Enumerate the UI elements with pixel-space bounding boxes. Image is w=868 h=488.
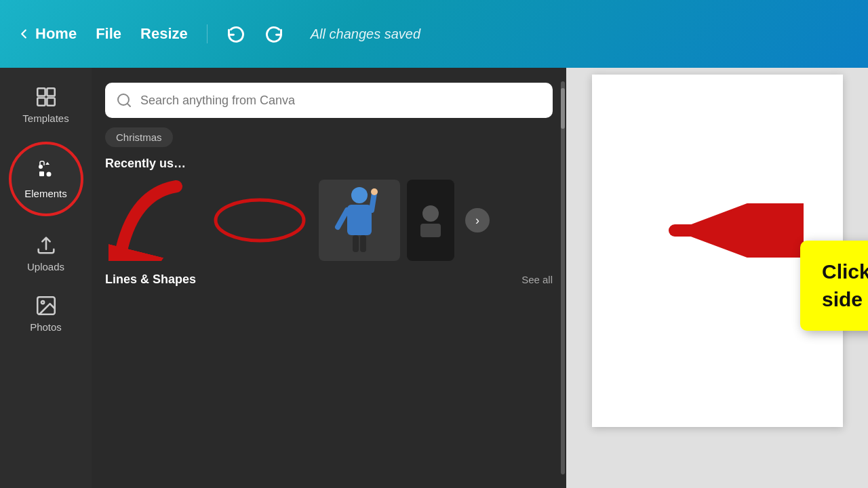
svg-line-16	[372, 193, 374, 210]
svg-rect-19	[360, 235, 366, 252]
panel: Christmas Recently us…	[92, 68, 566, 488]
topbar-divider	[207, 24, 208, 43]
svg-rect-14	[347, 205, 372, 235]
uploads-icon	[35, 234, 58, 257]
uploads-label: Uploads	[27, 261, 64, 272]
dark-thumb-icon	[410, 200, 451, 241]
svg-rect-21	[420, 224, 441, 237]
person-icon	[332, 183, 387, 258]
tooltip-text: Click on the Elements tab in the left-si…	[822, 260, 868, 310]
lines-shapes-row: Lines & Shapes See all	[92, 264, 566, 287]
svg-line-15	[338, 210, 347, 227]
arrow-thumb-1	[105, 176, 200, 264]
sidebar-item-photos[interactable]: Photos	[0, 283, 92, 344]
svg-rect-5	[39, 171, 44, 176]
canvas-area: Click on the Elements tab in the left-si…	[566, 68, 868, 488]
saved-status: All changes saved	[311, 26, 420, 42]
main-area: Templates Elements Uploads	[0, 68, 868, 488]
svg-point-8	[41, 301, 43, 304]
search-input[interactable]	[140, 94, 542, 108]
sidebar-item-templates[interactable]: Templates	[0, 75, 92, 135]
svg-point-20	[422, 205, 439, 222]
red-oval-icon	[209, 190, 311, 251]
lines-shapes-title: Lines & Shapes	[105, 272, 196, 287]
elements-icon	[34, 159, 58, 184]
chip-christmas[interactable]: Christmas	[105, 127, 173, 147]
red-arrow-down-icon	[108, 180, 197, 261]
search-bar	[105, 83, 553, 118]
svg-rect-0	[37, 88, 45, 96]
red-arrow-left-icon	[661, 203, 804, 258]
undo-icon	[226, 24, 245, 43]
svg-point-6	[46, 171, 51, 176]
recently-used-title: Recently us…	[92, 147, 566, 176]
photos-icon	[35, 294, 58, 317]
panel-scrollbar[interactable]	[561, 81, 565, 474]
svg-point-17	[371, 188, 378, 195]
red-arrow-left-container	[661, 203, 804, 260]
photos-label: Photos	[30, 321, 62, 333]
svg-rect-3	[47, 98, 54, 105]
panel-scrollbar-thumb	[561, 88, 565, 129]
svg-rect-2	[37, 98, 45, 105]
topbar: Home File Resize All changes saved	[0, 0, 868, 68]
resize-button[interactable]: Resize	[140, 25, 188, 43]
sidebar-item-uploads[interactable]: Uploads	[0, 223, 92, 283]
see-all-button[interactable]: See all	[521, 274, 553, 285]
red-oval-thumb	[207, 180, 312, 261]
file-menu-button[interactable]: File	[96, 25, 121, 43]
undo-button[interactable]	[226, 24, 245, 43]
home-label: Home	[35, 25, 77, 43]
svg-point-12	[216, 200, 304, 241]
sidebar: Templates Elements Uploads	[0, 68, 92, 488]
svg-line-10	[127, 104, 130, 106]
svg-rect-18	[353, 235, 359, 252]
redo-button[interactable]	[264, 24, 283, 43]
sidebar-elements-wrapper: Elements	[0, 135, 92, 223]
search-icon	[116, 92, 132, 108]
back-home-button[interactable]: Home	[16, 25, 77, 43]
templates-label: Templates	[22, 113, 68, 124]
redo-icon	[264, 24, 283, 43]
recently-used-row: ›	[92, 176, 566, 264]
person-thumb	[319, 180, 400, 261]
svg-point-4	[39, 165, 43, 169]
svg-rect-1	[47, 88, 54, 96]
elements-label: Elements	[24, 188, 67, 199]
scroll-next-button[interactable]: ›	[465, 208, 490, 232]
back-chevron-icon	[16, 26, 31, 41]
templates-icon	[35, 85, 58, 108]
tooltip-overlay: Click on the Elements tab in the left-si…	[800, 241, 868, 331]
svg-point-13	[351, 187, 368, 203]
sidebar-item-elements[interactable]: Elements	[9, 142, 83, 216]
chips-row: Christmas	[92, 118, 566, 147]
partially-visible-thumb	[407, 180, 454, 261]
